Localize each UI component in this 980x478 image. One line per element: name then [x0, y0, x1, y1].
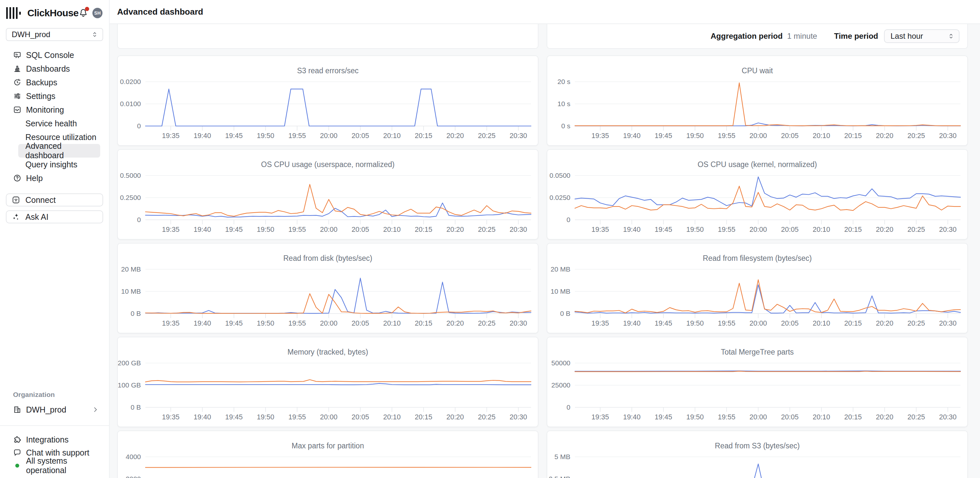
chart-card-mergetree-parts: Total MergeTree parts 5000025000019:3519… — [547, 337, 968, 427]
chart-title: Read from S3 (bytes/sec) — [547, 441, 967, 450]
sidebar-item-service-health[interactable]: Service health — [18, 116, 100, 130]
integrations-puzzle-icon — [13, 435, 21, 444]
chart-card-partial — [117, 24, 538, 49]
svg-text:19:50: 19:50 — [257, 226, 274, 233]
svg-text:50000: 50000 — [552, 359, 570, 366]
notifications-button[interactable] — [78, 8, 88, 18]
connect-button[interactable]: Connect — [6, 193, 103, 206]
dashboard-content: Aggregation period 1 minute Time period … — [110, 24, 980, 478]
svg-text:20:00: 20:00 — [320, 226, 337, 233]
svg-text:19:55: 19:55 — [718, 132, 735, 140]
svg-text:19:40: 19:40 — [623, 132, 641, 140]
sidebar-item-integrations[interactable]: Integrations — [5, 433, 104, 446]
sidebar-item-advanced-dashboard[interactable]: Advanced dashboard — [18, 144, 100, 158]
svg-text:20:00: 20:00 — [749, 413, 767, 421]
svg-text:20:10: 20:10 — [383, 226, 401, 233]
svg-text:19:35: 19:35 — [592, 319, 609, 327]
chart-plot[interactable]: 40002000019:3519:4019:4519:5019:5520:002… — [118, 431, 538, 478]
status-dot-icon — [13, 461, 21, 470]
organization-selector[interactable]: DWH_prod — [5, 403, 104, 417]
svg-text:20:00: 20:00 — [320, 319, 337, 327]
svg-text:0 B: 0 B — [130, 403, 141, 411]
svg-text:19:50: 19:50 — [257, 132, 274, 140]
svg-text:25000: 25000 — [552, 381, 570, 389]
sidebar-item-label: Backups — [26, 78, 57, 87]
logo-text[interactable]: ClickHouse — [27, 8, 78, 19]
svg-text:19:35: 19:35 — [162, 132, 180, 140]
svg-text:20:10: 20:10 — [813, 319, 830, 327]
status-label: All systems operational — [26, 456, 104, 475]
chart-card-cpu-wait: CPU wait 20 s10 s0 s19:3519:4019:4519:50… — [547, 55, 968, 146]
svg-text:19:50: 19:50 — [686, 226, 704, 233]
avatar[interactable]: SH — [92, 8, 102, 18]
svg-text:10 MB: 10 MB — [121, 287, 141, 295]
svg-text:0: 0 — [566, 216, 570, 223]
sidebar-item-backups[interactable]: Backups — [5, 75, 104, 89]
page-title: Advanced dashboard — [117, 7, 203, 17]
sidebar-item-dashboards[interactable]: Dashboards — [5, 62, 104, 75]
svg-text:19:45: 19:45 — [655, 413, 672, 421]
chart-title: Total MergeTree parts — [547, 348, 967, 357]
sidebar-item-sql-console[interactable]: SQL Console — [5, 48, 104, 62]
sidebar-item-monitoring[interactable]: Monitoring — [5, 103, 104, 116]
svg-text:20:15: 20:15 — [415, 319, 433, 327]
sidebar-item-settings[interactable]: Settings — [5, 89, 104, 103]
svg-text:20:15: 20:15 — [415, 132, 433, 140]
svg-text:20:20: 20:20 — [446, 132, 464, 140]
svg-text:20:15: 20:15 — [844, 413, 862, 421]
svg-text:100 GB: 100 GB — [118, 381, 141, 389]
chart-card-cpu-kernel: OS CPU usage (kernel, normalized) 0.0500… — [547, 149, 968, 240]
svg-text:19:45: 19:45 — [655, 226, 672, 233]
chart-card-s3-read-errors: S3 read errors/sec 0.02000.0100019:3519:… — [117, 55, 538, 146]
svg-text:20 s: 20 s — [557, 78, 570, 85]
service-selector[interactable]: DWH_prod — [6, 28, 103, 41]
sidebar-nav: SQL Console Dashboards Backups Settings — [0, 48, 109, 185]
svg-text:19:40: 19:40 — [194, 226, 211, 233]
svg-text:20:20: 20:20 — [876, 132, 894, 140]
chart-card-cpu-userspace: OS CPU usage (userspace, normalized) 0.5… — [117, 149, 538, 240]
svg-text:19:45: 19:45 — [225, 319, 243, 327]
ask-ai-button[interactable]: Ask AI — [6, 210, 103, 223]
chart-card-read-s3: Read from S3 (bytes/sec) 5 MB2.5 MB0 B19… — [547, 430, 968, 478]
service-selector-value: DWH_prod — [12, 30, 51, 39]
svg-text:20:20: 20:20 — [446, 413, 464, 421]
svg-text:20:30: 20:30 — [509, 319, 527, 327]
svg-text:19:35: 19:35 — [592, 413, 609, 421]
svg-text:0.0500: 0.0500 — [550, 172, 570, 179]
svg-text:19:35: 19:35 — [162, 413, 180, 421]
svg-text:20:00: 20:00 — [320, 132, 337, 140]
svg-text:5 MB: 5 MB — [554, 453, 570, 460]
svg-text:19:55: 19:55 — [288, 132, 306, 140]
sidebar-item-label: Integrations — [26, 435, 68, 445]
sidebar-header: ClickHouse SH — [0, 0, 109, 26]
clickhouse-logo-icon[interactable] — [6, 7, 22, 19]
svg-text:20:05: 20:05 — [352, 413, 369, 421]
svg-text:20:20: 20:20 — [446, 226, 464, 233]
svg-text:19:40: 19:40 — [623, 319, 641, 327]
chart-plot[interactable]: 5 MB2.5 MB0 B19:3519:4019:4519:5019:5520… — [547, 431, 967, 478]
svg-text:19:45: 19:45 — [225, 132, 243, 140]
svg-text:20:15: 20:15 — [844, 132, 862, 140]
chart-title: OS CPU usage (kernel, normalized) — [547, 160, 967, 169]
svg-text:20:25: 20:25 — [478, 226, 496, 233]
svg-text:0 s: 0 s — [561, 122, 570, 130]
svg-text:19:45: 19:45 — [655, 132, 672, 140]
chart-title: Memory (tracked, bytes) — [118, 348, 538, 357]
svg-text:20:05: 20:05 — [352, 226, 369, 233]
svg-text:20:05: 20:05 — [781, 132, 799, 140]
svg-text:19:50: 19:50 — [686, 319, 704, 327]
svg-text:0 B: 0 B — [560, 310, 570, 317]
svg-text:20 MB: 20 MB — [121, 265, 141, 273]
sidebar: ClickHouse SH DWH_prod SQL Console — [0, 0, 110, 478]
sidebar-footer: Integrations Chat with support All syste… — [5, 433, 104, 472]
svg-text:20:10: 20:10 — [383, 413, 401, 421]
system-status[interactable]: All systems operational — [5, 459, 104, 472]
svg-text:20:10: 20:10 — [383, 132, 401, 140]
svg-text:0.2500: 0.2500 — [120, 194, 141, 201]
sidebar-item-help[interactable]: Help — [5, 171, 104, 185]
time-period-select[interactable]: Last hour — [884, 29, 959, 43]
svg-text:19:55: 19:55 — [288, 319, 306, 327]
svg-text:20:25: 20:25 — [907, 132, 925, 140]
svg-text:20:15: 20:15 — [844, 319, 862, 327]
help-icon — [13, 174, 21, 182]
